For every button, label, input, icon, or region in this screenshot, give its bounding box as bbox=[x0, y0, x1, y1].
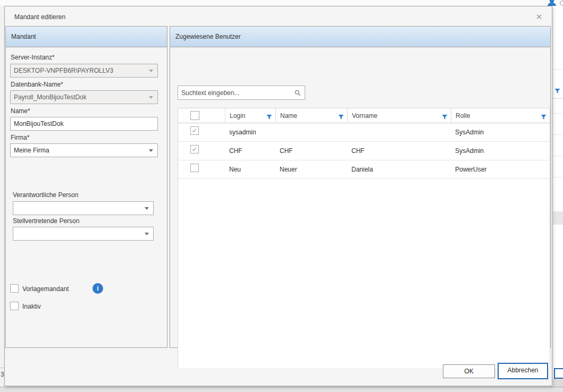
dialog-titlebar: Mandant editieren ✕ bbox=[5, 6, 552, 26]
row-checkbox-cell bbox=[178, 160, 225, 178]
cell-name bbox=[275, 123, 347, 141]
users-table-header: Login Name Vorname Rolle bbox=[178, 108, 550, 123]
row-checkbox-cell: ✓ bbox=[178, 142, 225, 160]
background-divider bbox=[0, 368, 4, 368]
server-instanz-combo[interactable]: DESKTOP-VNPFB6R\PAYROLLV3 bbox=[10, 64, 158, 78]
cell-name: Neuer bbox=[275, 160, 347, 178]
cancel-button[interactable]: Abbrechen bbox=[498, 363, 548, 379]
row-checkbox[interactable] bbox=[190, 164, 199, 172]
column-header-label: Rolle bbox=[456, 112, 470, 120]
search-box bbox=[178, 86, 305, 100]
chevron-down-icon bbox=[149, 149, 153, 152]
screen: 3 Mandant editieren ✕ Mandant Server-Ins… bbox=[0, 0, 563, 392]
background-window-top bbox=[0, 0, 563, 6]
select-all-checkbox[interactable] bbox=[190, 111, 199, 120]
column-header-login[interactable]: Login bbox=[225, 108, 275, 123]
header-checkbox-cell bbox=[178, 108, 225, 123]
background-window-right bbox=[553, 6, 563, 387]
cell-login: sysadmin bbox=[225, 123, 275, 141]
background-grid-line bbox=[553, 113, 563, 114]
datenbank-name-value: Payroll_MonBijouTestDok bbox=[14, 93, 87, 101]
search-icon[interactable] bbox=[295, 90, 301, 96]
cell-rolle: PowerUser bbox=[451, 160, 550, 178]
row-checkbox-cell: ✓ bbox=[178, 123, 225, 141]
background-grid-line bbox=[553, 69, 563, 70]
server-instanz-value: DESKTOP-VNPFB6R\PAYROLLV3 bbox=[14, 67, 113, 74]
name-label: Name* bbox=[11, 107, 30, 115]
cell-name: CHF bbox=[275, 142, 347, 160]
background-window-left: 3 bbox=[0, 6, 4, 387]
server-instanz-label: Server-Instanz* bbox=[11, 54, 55, 61]
background-window-bottom bbox=[0, 387, 563, 392]
user-person-icon[interactable] bbox=[547, 0, 557, 6]
firma-value: Meine Firma bbox=[14, 147, 49, 154]
datenbank-name-label: Datenbank-Name* bbox=[11, 81, 63, 88]
close-icon[interactable]: ✕ bbox=[534, 12, 544, 22]
table-row[interactable]: Neu Neuer Daniela PowerUser bbox=[178, 160, 550, 179]
cell-vorname bbox=[347, 123, 451, 141]
cell-rolle: SysAdmin bbox=[451, 123, 550, 141]
filter-funnel-icon bbox=[554, 88, 560, 94]
verantwortliche-person-combo[interactable] bbox=[13, 201, 154, 215]
table-row[interactable]: ✓ sysadmin SysAdmin bbox=[178, 123, 550, 142]
filter-funnel-icon[interactable] bbox=[338, 110, 344, 116]
info-icon[interactable]: i bbox=[93, 283, 103, 294]
chevron-down-icon bbox=[145, 233, 149, 235]
column-header-vorname[interactable]: Vorname bbox=[347, 108, 451, 123]
chevron-down-icon bbox=[149, 70, 153, 72]
cell-login: Neu bbox=[225, 160, 275, 178]
benutzer-panel-header: Zugewiesene Benutzer bbox=[170, 27, 550, 47]
background-focused-button bbox=[554, 368, 563, 379]
table-row[interactable]: ✓ CHF CHF CHF SysAdmin bbox=[178, 142, 550, 160]
chevron-down-icon bbox=[149, 96, 153, 99]
row-checkbox[interactable]: ✓ bbox=[190, 145, 199, 154]
background-grid-line bbox=[553, 177, 563, 177]
cell-vorname: CHF bbox=[347, 142, 451, 160]
column-header-label: Login bbox=[230, 112, 245, 120]
background-statusbar bbox=[553, 379, 563, 387]
firma-combo[interactable]: Meine Firma bbox=[10, 143, 158, 157]
ok-button[interactable]: OK bbox=[443, 364, 495, 378]
background-selected-row bbox=[553, 211, 563, 225]
firma-label: Firma* bbox=[11, 134, 29, 141]
verantwortliche-person-label: Verantwortliche Person bbox=[13, 191, 78, 199]
vorlagemandant-checkbox[interactable] bbox=[10, 284, 19, 293]
background-grid-line bbox=[553, 98, 563, 99]
cell-vorname: Daniela bbox=[347, 160, 451, 178]
mandant-panel: Mandant Server-Instanz* DESKTOP-VNPFB6R\… bbox=[5, 26, 167, 348]
background-grid-line bbox=[553, 156, 563, 156]
mandant-editieren-dialog: Mandant editieren ✕ Mandant Server-Insta… bbox=[4, 6, 552, 386]
stellvertretende-person-label: Stellvertretende Person bbox=[13, 217, 79, 225]
benutzer-panel-body: Login Name Vorname Rolle bbox=[170, 47, 550, 347]
cell-rolle: SysAdmin bbox=[451, 142, 550, 160]
dialog-title: Mandant editieren bbox=[14, 13, 65, 21]
users-table: Login Name Vorname Rolle bbox=[178, 108, 550, 368]
column-header-rolle[interactable]: Rolle bbox=[451, 108, 550, 123]
inaktiv-checkbox[interactable] bbox=[10, 302, 19, 310]
search-input[interactable] bbox=[178, 86, 292, 99]
chevron-down-icon bbox=[145, 207, 149, 210]
filter-funnel-icon[interactable] bbox=[266, 110, 272, 116]
mandant-panel-body: Server-Instanz* DESKTOP-VNPFB6R\PAYROLLV… bbox=[6, 47, 167, 347]
row-checkbox[interactable]: ✓ bbox=[190, 126, 199, 135]
datenbank-name-combo[interactable]: Payroll_MonBijouTestDok bbox=[10, 90, 158, 104]
cell-login: CHF bbox=[225, 142, 275, 160]
filter-funnel-icon[interactable] bbox=[442, 110, 448, 116]
mandant-panel-header: Mandant bbox=[6, 27, 167, 47]
background-partial-icon bbox=[560, 1, 563, 6]
filter-funnel-icon[interactable] bbox=[541, 110, 547, 116]
background-grid-line bbox=[553, 134, 563, 135]
column-header-label: Vorname bbox=[352, 112, 377, 120]
background-status-text: 3 bbox=[1, 371, 4, 378]
inaktiv-label: Inaktiv bbox=[22, 303, 41, 310]
stellvertretende-person-combo[interactable] bbox=[13, 227, 154, 241]
vorlagemandant-label: Vorlagemandant bbox=[22, 285, 69, 293]
column-header-label: Name bbox=[280, 112, 297, 120]
benutzer-panel: Zugewiesene Benutzer Login bbox=[170, 26, 551, 348]
column-header-name[interactable]: Name bbox=[275, 108, 347, 123]
name-input[interactable] bbox=[10, 117, 158, 131]
